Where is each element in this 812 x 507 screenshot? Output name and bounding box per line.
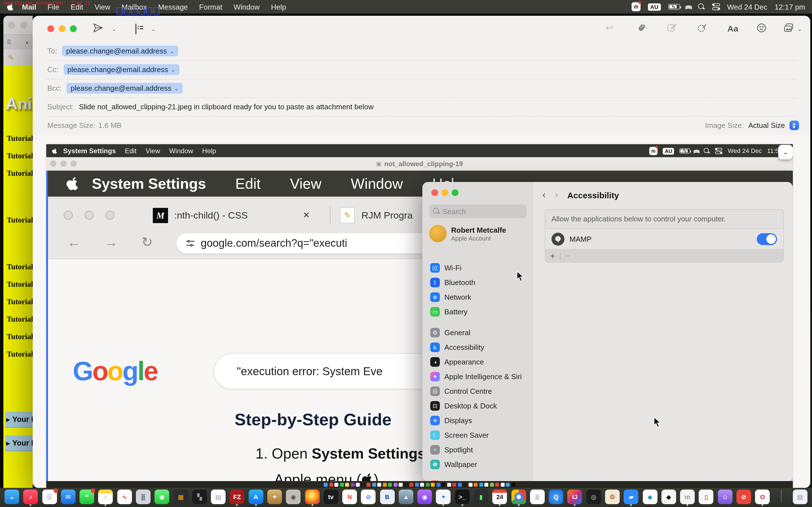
image-size-value[interactable]: Actual Size <box>748 121 785 129</box>
tutorial-link[interactable]: Tutorial S <box>7 216 33 233</box>
settings-sidebar-item[interactable]: ♿ Accessibility <box>427 340 530 354</box>
dock-app-icon[interactable]: B <box>380 490 395 504</box>
dock-app-icon[interactable]: ▯ <box>699 490 714 504</box>
dock-icon[interactable]: FZ <box>230 489 245 506</box>
settings-sidebar-item[interactable]: ⊟ Control Centre <box>427 384 530 398</box>
dock-app-icon[interactable] <box>511 490 526 504</box>
dock-app-icon[interactable]: ❂ <box>605 490 620 504</box>
dock-icon[interactable]: Q <box>549 489 563 506</box>
dock-icon[interactable]: ◎ <box>586 489 601 506</box>
dock-app-icon[interactable]: IJ <box>567 490 582 504</box>
dock-app-icon[interactable]: ▤ <box>211 490 225 504</box>
dock-icon[interactable]: >_ <box>455 489 470 506</box>
send-options-chevron[interactable]: ⌄ <box>112 26 116 32</box>
dock-icon[interactable]: ✉ <box>61 489 75 506</box>
undo-icon[interactable]: ↩ <box>606 22 613 33</box>
tutorial-link[interactable]: Tutorial S <box>7 297 33 315</box>
settings-sidebar-item[interactable]: ((( Wi-Fi <box>427 260 530 275</box>
tutorial-link[interactable]: Tutorial S <box>7 152 33 169</box>
dock-icon[interactable]: ⊘ <box>361 489 376 506</box>
settings-sidebar-item[interactable]: ☾ Screen Saver <box>427 428 530 442</box>
dock-app-icon[interactable]: ∿ <box>117 490 132 504</box>
dock-app-icon[interactable]: N <box>342 490 357 504</box>
settings-sidebar-item[interactable]: ⌕ Spotlight <box>427 442 530 457</box>
battery-icon[interactable]: ϟ <box>668 4 680 10</box>
tutorial-link[interactable]: Tutorial S <box>7 169 33 186</box>
zoom-button[interactable] <box>452 189 458 196</box>
dock-app-icon[interactable] <box>305 490 319 504</box>
toolbar-button[interactable] <box>20 21 28 29</box>
subject-input[interactable]: Slide not_allowed_clipping-21.jpeg in cl… <box>79 103 373 111</box>
dock-app-icon[interactable]: ◉ <box>417 490 432 504</box>
dock-app-icon[interactable]: ▚ <box>192 490 207 504</box>
dock-app-icon[interactable]: ⊘ <box>737 490 751 504</box>
dock-icon[interactable]: ▰ <box>624 489 639 506</box>
chevron-down-icon[interactable]: ⌄ <box>171 67 175 72</box>
settings-search-field[interactable]: Search <box>429 205 527 218</box>
dock-icon[interactable]: ◉ <box>417 489 432 506</box>
dock-icon[interactable]: N <box>342 489 357 506</box>
dock-app-icon[interactable]: ⣿ <box>136 490 151 504</box>
dock-app-icon[interactable]: ⊘ <box>361 490 376 504</box>
compose-note-icon[interactable] <box>666 22 677 33</box>
attachment-collapse-button[interactable]: ⌄ <box>778 145 793 159</box>
mail-message-body[interactable]: System Settings EditViewWindowHelp m̈ AU… <box>33 135 810 488</box>
dock-icon[interactable]: m <box>680 489 695 506</box>
dock-app-icon[interactable]: 24 <box>493 490 507 504</box>
bcc-recipient-pill[interactable]: please.change@email.address⌄ <box>67 83 183 94</box>
menu-item[interactable]: View <box>94 3 110 11</box>
search-icon[interactable] <box>698 3 705 10</box>
dock-app-icon[interactable]: ≣ <box>530 490 545 504</box>
attached-screenshot[interactable]: System Settings EditViewWindowHelp m̈ AU… <box>46 144 793 488</box>
dock-icon[interactable]: IJ <box>567 489 582 506</box>
photo-browser-chevron[interactable]: ⌄ <box>797 26 802 32</box>
toolbar-button[interactable] <box>8 21 15 29</box>
dock-icon[interactable]: ☺ <box>718 489 732 506</box>
dock-app-icon[interactable]: ▤ <box>793 490 808 504</box>
dock-app-icon[interactable]: O <box>755 490 770 504</box>
background-browser-window[interactable]: ⠿ ◐ ✎ Anim Tutorial STutorial STutorial … <box>3 16 33 488</box>
dock-icon[interactable]: ⣿ <box>136 489 151 506</box>
chevron-down-icon[interactable]: ⌄ <box>170 48 174 54</box>
dock-icon[interactable]: ◆ <box>661 489 676 506</box>
dock-icon[interactable]: ❂ <box>605 489 620 506</box>
dock-app-icon[interactable] <box>781 490 781 503</box>
dock-icon[interactable]: ▲ <box>399 489 413 506</box>
attach-icon[interactable] <box>636 22 647 33</box>
remove-button[interactable]: − <box>560 251 575 260</box>
grid-icon[interactable]: ⠿ <box>7 39 11 46</box>
tutorial-link[interactable]: Tutorial S <box>7 263 33 280</box>
dock-icon[interactable]: ♪ <box>23 489 38 506</box>
dock-icon[interactable]: ▤ <box>211 489 225 506</box>
menu-item[interactable]: Window <box>234 3 260 11</box>
emoji-icon[interactable] <box>756 22 767 33</box>
header-fields-chevron[interactable]: ⌄ <box>151 26 156 32</box>
dock-app-icon[interactable]: ▰ <box>624 490 639 504</box>
dock-icon[interactable]: ◆ <box>643 489 657 506</box>
settings-sidebar-item[interactable]: ▭ Battery <box>427 304 530 319</box>
dock-icon[interactable]: 24 <box>493 489 507 506</box>
dock-app-icon[interactable]: ▮ <box>474 490 488 504</box>
dock-icon[interactable]: ▯ <box>699 489 714 506</box>
dock-app-icon[interactable]: ♪ <box>23 490 38 504</box>
dock-app-icon[interactable]: ≡ <box>98 490 113 504</box>
dock-icon[interactable]: ☰ <box>42 489 57 506</box>
dock-app-icon[interactable]: ❝ <box>80 490 94 504</box>
input-source-badge[interactable]: AU <box>648 3 661 10</box>
add-button[interactable]: + <box>545 251 560 260</box>
dock-icon[interactable]: ≡ <box>98 489 113 506</box>
dock-icon[interactable]: tv <box>324 489 338 506</box>
dock-icon[interactable]: O <box>755 489 770 506</box>
photo-browser-icon[interactable] <box>783 22 794 33</box>
dock-icon[interactable] <box>774 489 789 506</box>
menu-time[interactable]: 12:17 pm <box>775 3 805 11</box>
dock-app-icon[interactable]: ☰ <box>42 490 57 504</box>
dock-icon[interactable]: ⊘ <box>737 489 751 506</box>
menu-item[interactable]: Format <box>199 3 222 11</box>
apple-account-item[interactable]: Robert Metcalfe Apple Account <box>429 225 506 242</box>
settings-sidebar-item[interactable]: ✦ Apple Intelligence & Siri <box>427 369 530 384</box>
settings-sidebar-item[interactable]: ◑ Appearance <box>427 354 530 369</box>
your-link-button[interactable]: ▶ Your L <box>5 412 33 427</box>
menu-item[interactable]: Help <box>271 3 286 11</box>
dock-app-icon[interactable]: ✉ <box>61 490 75 504</box>
